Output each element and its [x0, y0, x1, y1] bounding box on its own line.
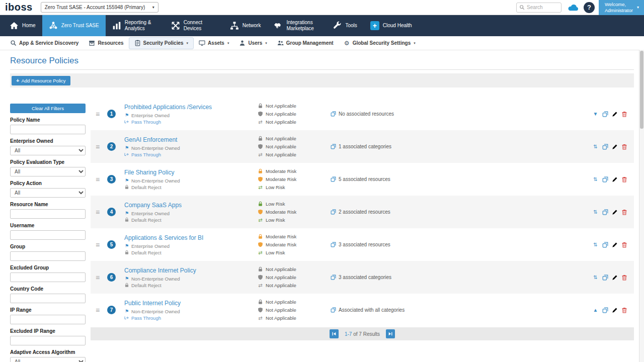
sub-nav-item-global-security-settings[interactable]: ⚙Global Security Settings▾	[339, 36, 421, 50]
scrollbar-thumb[interactable]	[640, 51, 643, 129]
edit-icon[interactable]	[612, 307, 618, 313]
arrows-icon: ⇄	[258, 315, 263, 321]
main-nav-item-cloud-health[interactable]: +Cloud Health	[364, 15, 419, 36]
cloud-status-icon[interactable]	[567, 4, 580, 12]
drag-handle-icon[interactable]: ≡	[96, 175, 103, 184]
drag-handle-icon[interactable]: ≡	[96, 208, 103, 216]
delete-icon[interactable]	[621, 209, 627, 215]
main-nav-label: Tools	[345, 23, 357, 29]
reorder-icon[interactable]: ⇅	[592, 209, 599, 215]
scrollbar[interactable]	[639, 50, 644, 362]
policy-name-link[interactable]: Compliance Internet Policy	[124, 267, 253, 274]
risk-shield-line: Not Applicable	[258, 110, 331, 118]
sub-nav-item-users[interactable]: Users▾	[234, 36, 272, 50]
sub-nav-item-security-policies[interactable]: Security Policies▾	[129, 37, 194, 49]
arrows-icon: ⇄	[258, 152, 263, 157]
delete-icon[interactable]	[621, 176, 627, 183]
copy-icon[interactable]	[602, 307, 608, 313]
edit-icon[interactable]	[612, 144, 618, 150]
policy-action: Default Reject	[124, 217, 253, 223]
delete-icon[interactable]	[621, 111, 627, 117]
delete-icon[interactable]	[621, 275, 627, 281]
filter-enterprise-owned-select[interactable]: All	[10, 146, 86, 155]
edit-icon[interactable]	[612, 176, 618, 183]
filter-policy-name-input[interactable]	[10, 125, 86, 134]
main-nav-item-zero-trust-sase[interactable]: Zero Trust SASE	[42, 15, 106, 36]
edit-icon[interactable]	[612, 242, 618, 248]
sub-nav-item-group-management[interactable]: Group Management	[272, 36, 339, 50]
reorder-icon[interactable]: ⇅	[592, 144, 599, 150]
policy-info: Applications & Services for BI⚑Enterpris…	[124, 234, 253, 255]
drag-handle-icon[interactable]: ≡	[96, 241, 103, 249]
drag-handle-icon[interactable]: ≡	[96, 274, 103, 282]
delete-icon[interactable]	[621, 144, 627, 150]
move-down-icon[interactable]: ▼	[592, 111, 599, 117]
policy-name-link[interactable]: File Sharing Policy	[124, 169, 253, 176]
filter-field-enterprise-owned: Enterprise OwnedAll	[10, 138, 86, 155]
main-nav-item-reporting-analytics[interactable]: Reporting & Analytics	[106, 15, 165, 36]
edit-icon[interactable]	[612, 111, 618, 117]
filter-country-code-input[interactable]	[10, 294, 86, 303]
policy-name-link[interactable]: Prohibited Applications /Services	[124, 104, 253, 111]
edit-icon[interactable]	[612, 209, 618, 215]
add-resource-policy-button[interactable]: + Add Resource Policy	[12, 76, 70, 85]
main-nav-item-integrations-marketplace[interactable]: Integrations Marketplace	[267, 15, 326, 36]
association-label: No associated resources	[339, 111, 394, 117]
clear-all-filters-button[interactable]: Clear All Filters	[10, 104, 86, 113]
reorder-icon[interactable]: ⇅	[592, 242, 599, 248]
edit-icon[interactable]	[612, 275, 618, 281]
policy-row: ≡1Prohibited Applications /Services⚑Ente…	[91, 98, 634, 130]
filter-policy-action-select[interactable]: All	[10, 188, 86, 198]
help-button[interactable]: ?	[584, 2, 595, 13]
policy-name-link[interactable]: Public Internet Policy	[124, 300, 253, 307]
filter-resource-name-input[interactable]	[10, 209, 86, 219]
filter-adaptive-access-algorithm-select[interactable]: All	[10, 357, 86, 362]
shield-icon	[258, 275, 263, 280]
policy-name-link[interactable]: GenAI Enforcement	[124, 136, 253, 143]
copy-icon[interactable]	[602, 176, 608, 183]
filter-field-resource-name: Resource Name	[10, 202, 86, 219]
arrows-icon: ⇄	[258, 250, 263, 255]
last-page-button[interactable]	[386, 329, 395, 338]
main-nav-item-home[interactable]: Home	[3, 15, 42, 36]
main-nav-item-connect-devices[interactable]: Connect Devices	[165, 15, 223, 36]
risk-label: Low Risk	[266, 201, 285, 207]
main-nav-item-network[interactable]: Network	[223, 15, 268, 36]
risk-label: Low Risk	[266, 217, 285, 223]
search-input[interactable]	[527, 5, 558, 10]
delete-icon[interactable]	[621, 242, 627, 248]
delete-icon[interactable]	[621, 307, 627, 313]
reorder-icon[interactable]: ⇅	[592, 275, 599, 281]
filter-policy-evaluation-type-select[interactable]: All	[10, 167, 86, 176]
drag-handle-icon[interactable]: ≡	[96, 306, 103, 314]
filter-excluded-group-input[interactable]	[10, 273, 86, 282]
copy-icon[interactable]	[602, 242, 608, 248]
move-up-icon[interactable]: ▲	[592, 307, 599, 313]
drag-handle-icon[interactable]: ≡	[96, 110, 103, 118]
home-icon	[10, 21, 19, 30]
sub-nav-item-resources[interactable]: Resources	[84, 36, 128, 50]
filter-excluded-ip-range-input[interactable]	[10, 336, 86, 345]
filter-ip-range-input[interactable]	[10, 315, 86, 324]
user-menu[interactable]: Welcome, Administrator ▾	[599, 0, 644, 15]
policy-name-link[interactable]: Applications & Services for BI	[124, 234, 253, 241]
main-nav-item-tools[interactable]: Tools	[326, 15, 363, 36]
plus-icon: +	[16, 78, 19, 83]
copy-icon[interactable]	[602, 209, 608, 215]
risk-levels: Not ApplicableNot Applicable⇄Not Applica…	[258, 102, 331, 126]
first-page-button[interactable]	[330, 329, 339, 338]
sub-nav-item-assets[interactable]: Assets▾	[194, 36, 234, 50]
filter-group-input[interactable]	[10, 251, 86, 261]
reorder-icon[interactable]: ⇅	[592, 176, 599, 183]
drag-handle-icon[interactable]: ≡	[96, 143, 103, 151]
filter-username-input[interactable]	[10, 230, 86, 240]
policy-name-link[interactable]: Company SaaS Apps	[124, 202, 253, 209]
policy-association: 1 associated categories	[331, 144, 441, 149]
copy-icon[interactable]	[602, 144, 608, 150]
copy-icon[interactable]	[602, 275, 608, 281]
sub-nav-item-app-service-discovery[interactable]: App & Service Discovery	[5, 36, 84, 50]
iboss-logo[interactable]: iboss	[5, 2, 33, 13]
account-selector[interactable]: Zero Trust SASE - Account 155948 (Primar…	[41, 2, 158, 13]
filter-label: Adaptive Access Algorithm	[10, 349, 86, 355]
copy-icon[interactable]	[602, 111, 608, 117]
